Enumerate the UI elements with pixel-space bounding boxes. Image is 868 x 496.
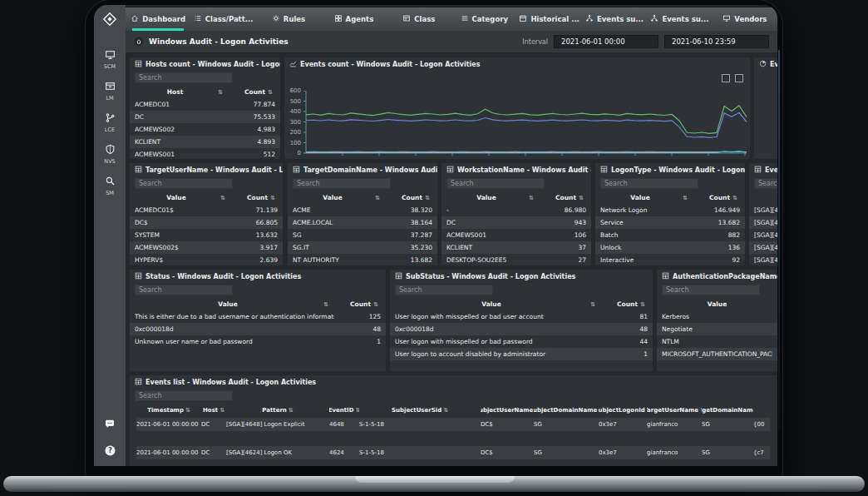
tab-class-patterns[interactable]: Class/Patt... xyxy=(190,7,255,31)
help-button[interactable]: ? xyxy=(105,444,116,459)
col-header[interactable]: Count xyxy=(536,194,576,201)
table-row[interactable]: SG.IT35.230 xyxy=(288,241,437,254)
interval-start-input[interactable] xyxy=(554,35,658,48)
search-input[interactable] xyxy=(600,178,698,189)
table-row[interactable]: Unknown user name or bad password1 xyxy=(130,335,386,348)
col-header-subjectusername[interactable]: SubjectUserName⇅ xyxy=(481,407,534,414)
tab-vendors[interactable]: Vendors xyxy=(713,7,777,31)
col-header[interactable]: Count xyxy=(382,194,422,201)
col-header[interactable]: Value xyxy=(135,300,321,308)
table-row[interactable]: ACMEWS0024.983 xyxy=(130,123,280,136)
col-header-targetusername[interactable]: TargetUserName⇅ xyxy=(647,407,702,414)
search-input[interactable] xyxy=(135,390,233,401)
table-row[interactable]: User logon to account disabled by admini… xyxy=(390,348,653,360)
col-header-subjectlogonid[interactable]: SubjectLogonId⇅ xyxy=(599,407,647,414)
sort-icon[interactable]: ⇅ xyxy=(730,195,740,201)
search-input[interactable] xyxy=(446,178,545,189)
table-row[interactable]: ACMEWS001512 xyxy=(130,148,280,160)
sort-icon[interactable]: ⇅ xyxy=(588,301,598,308)
table-row[interactable]: ACMEDC01$71.139 xyxy=(130,204,283,216)
table-row[interactable]: Network Logon146.949 xyxy=(595,204,745,216)
col-header[interactable]: Value xyxy=(662,300,772,308)
tab-historical[interactable]: Historical ... xyxy=(516,7,581,31)
table-row[interactable]: [SGA][46 xyxy=(749,216,777,229)
table-row[interactable]: MICROSOFT_AUTHENTICATION_PACKAGE_V1_ xyxy=(657,348,777,360)
table-row[interactable]: SYSTEM13.632 xyxy=(130,229,283,241)
table-row[interactable]: ACMEWS002$3.917 xyxy=(130,241,283,254)
search-input[interactable] xyxy=(754,178,777,189)
col-header[interactable]: Count xyxy=(331,300,371,308)
tab-agents[interactable]: Agents xyxy=(321,7,386,31)
tab-events-summary-2[interactable]: Events su... xyxy=(647,7,712,31)
sort-icon[interactable]: ⇅ xyxy=(372,195,382,201)
interval-end-input[interactable] xyxy=(664,35,769,48)
col-header[interactable]: Value xyxy=(600,194,680,201)
table-row[interactable]: HYPERV$2.639 xyxy=(130,254,283,266)
col-header[interactable]: Value xyxy=(293,194,372,201)
tab-category[interactable]: Category xyxy=(451,7,516,31)
sort-icon[interactable]: ⇅ xyxy=(576,195,586,201)
col-header-subjectdomainname[interactable]: SubjectDomainName⇅ xyxy=(534,407,599,414)
table-row[interactable]: DC75.533 xyxy=(130,111,280,123)
zoom-reset-icon[interactable] xyxy=(735,74,743,82)
table-row[interactable]: DC943 xyxy=(441,216,591,229)
search-input[interactable] xyxy=(135,72,233,83)
col-header-pattern[interactable]: Pattern⇅ xyxy=(226,407,329,414)
col-header[interactable]: Count xyxy=(598,300,638,308)
tab-class[interactable]: Class xyxy=(387,7,451,31)
sidebar-item-scm[interactable]: SCM xyxy=(104,49,116,70)
table-row[interactable]: This is either due to a bad username or … xyxy=(130,310,386,323)
table-row[interactable]: -86.980 xyxy=(441,204,591,216)
sort-icon[interactable]: ⇅ xyxy=(422,195,432,201)
table-row[interactable]: ACMEWS001106 xyxy=(441,229,591,241)
search-input[interactable] xyxy=(395,285,493,295)
table-row[interactable]: DC$66.805 xyxy=(130,216,283,229)
table-row[interactable]: ACME38.320 xyxy=(288,204,437,216)
table-row[interactable]: ACME.LOCAL38.164 xyxy=(288,216,437,229)
sidebar-item-lm[interactable]: LM xyxy=(105,81,116,102)
table-row[interactable]: [SGA][46 xyxy=(749,204,777,216)
col-header[interactable]: Count xyxy=(228,194,268,201)
event-row[interactable]: 2021-06-01 00:00:00 DC [SGA][4648] Logon… xyxy=(136,418,770,431)
sort-icon[interactable]: ⇅ xyxy=(321,301,331,308)
table-row[interactable]: 0xc000018d48 xyxy=(390,323,653,335)
col-header[interactable]: Value xyxy=(446,194,526,201)
col-header[interactable]: Count xyxy=(690,194,730,201)
table-row[interactable]: Negotiate xyxy=(657,323,777,335)
table-row[interactable]: Unlock136 xyxy=(595,241,745,254)
search-input[interactable] xyxy=(135,285,233,295)
table-row[interactable]: Kerberos xyxy=(657,310,777,323)
table-row[interactable]: [SGA][46 xyxy=(749,229,777,241)
col-header-subjectusersid[interactable]: SubjectUserSid⇅ xyxy=(359,407,481,414)
table-row[interactable]: User logon with misspelled or bad user a… xyxy=(390,310,653,323)
table-row[interactable]: User logon with misspelled or bad passwo… xyxy=(390,335,653,348)
table-row[interactable]: KCLIENT4.893 xyxy=(130,136,280,148)
table-row[interactable]: KCLIENT37 xyxy=(441,241,591,254)
sort-icon[interactable]: ⇅ xyxy=(218,195,228,201)
col-header[interactable]: Count xyxy=(225,88,265,96)
tab-dashboard[interactable]: Dashboard xyxy=(126,7,190,31)
sort-icon[interactable]: ⇅ xyxy=(371,301,381,308)
sort-icon[interactable]: ⇅ xyxy=(680,195,690,201)
sidebar-item-nvs[interactable]: NVS xyxy=(104,144,115,165)
col-header[interactable]: Host xyxy=(135,88,215,96)
chat-button[interactable] xyxy=(104,418,116,434)
table-row[interactable]: NT AUTHORITY13.682 xyxy=(288,254,437,266)
search-input[interactable] xyxy=(135,178,233,189)
table-row[interactable]: SG37.287 xyxy=(288,229,437,241)
col-header[interactable]: Value xyxy=(395,300,588,308)
col-header-timestamp[interactable]: Timestamp⇅ xyxy=(136,407,201,414)
sort-icon[interactable]: ⇅ xyxy=(526,195,536,201)
table-row[interactable]: DESKTOP-SOU2EE527 xyxy=(441,254,591,266)
sidebar-item-lce[interactable]: LCE xyxy=(105,112,116,133)
sidebar-item-sm[interactable]: SM xyxy=(105,176,116,196)
zoom-select-icon[interactable] xyxy=(722,74,730,82)
col-header[interactable]: Value xyxy=(135,194,218,201)
col-header-eventid[interactable]: EventID⇅ xyxy=(329,407,359,414)
sort-icon[interactable]: ⇅ xyxy=(215,89,225,96)
tab-events-summary-1[interactable]: Events su... xyxy=(582,7,647,31)
event-row[interactable]: 2021-06-01 00:00:00 DC [SGA][4624] Logon… xyxy=(136,446,770,459)
table-row[interactable]: [SGA][46 xyxy=(749,241,777,254)
table-row[interactable]: Service13.682 xyxy=(595,216,745,229)
table-row[interactable]: 0xc000018d48 xyxy=(130,323,386,335)
